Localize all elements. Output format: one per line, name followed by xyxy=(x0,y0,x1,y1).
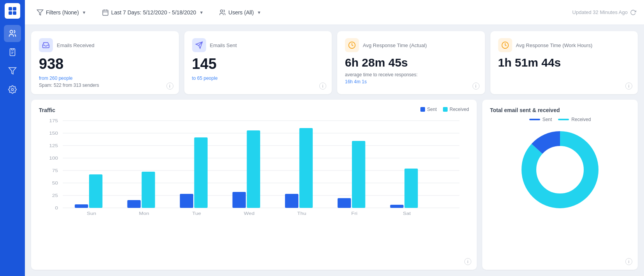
svg-rect-55 xyxy=(390,205,403,208)
stat-label-avg-work: Avg Response Time (Work Hours) xyxy=(516,42,593,48)
stat-value-avg-actual: 6h 28m 45s xyxy=(345,56,477,69)
updated-label: Updated 32 Minutes Ago xyxy=(572,9,628,15)
donut-chart-info[interactable]: i xyxy=(625,258,632,265)
sidebar-item-settings[interactable] xyxy=(4,81,21,98)
users-filter-button[interactable]: Users (All) ▼ xyxy=(215,7,265,18)
svg-point-9 xyxy=(11,88,14,91)
stat-card-avg-response-work: Avg Response Time (Work Hours) 1h 51m 44… xyxy=(490,31,638,94)
donut-chart-title: Total email sent & received xyxy=(490,107,560,113)
stat-sub-line1: from 260 people xyxy=(39,76,73,81)
svg-text:125: 125 xyxy=(49,143,58,148)
svg-rect-56 xyxy=(404,169,418,208)
svg-text:Thu: Thu xyxy=(297,211,306,216)
topbar: Filters (None) ▼ Last 7 Days: 5/12/2020 … xyxy=(25,0,644,25)
stat-info-avg-work[interactable]: i xyxy=(625,83,632,90)
bar-chart-svg: 0 25 50 75 100 125 150 175 200 Sun xyxy=(39,117,469,218)
clock-icon-work xyxy=(501,41,509,49)
svg-text:150: 150 xyxy=(49,131,58,135)
svg-point-15 xyxy=(220,10,223,12)
charts-row: Traffic Sent Received xyxy=(31,100,638,270)
svg-rect-50 xyxy=(299,128,313,208)
stat-info-emails-sent[interactable]: i xyxy=(319,83,326,90)
svg-point-4 xyxy=(10,30,13,33)
filter-button[interactable]: Filters (None) ▼ xyxy=(33,7,90,18)
sidebar-item-users[interactable] xyxy=(4,25,21,42)
stat-sub-line2: Spam: 522 from 313 senders xyxy=(39,83,99,88)
clock-icon-wrapper-actual xyxy=(345,38,359,52)
svg-point-60 xyxy=(537,146,583,193)
stat-sub-line2-actual: 16h 4m 1s xyxy=(345,79,367,84)
filter-label: Filters (None) xyxy=(46,9,79,16)
legend-received-dot xyxy=(443,107,448,112)
stat-info-emails-received[interactable]: i xyxy=(166,83,173,90)
svg-text:175: 175 xyxy=(49,118,58,123)
svg-rect-53 xyxy=(352,141,365,208)
updated-status: Updated 32 Minutes Ago xyxy=(572,9,636,16)
svg-rect-43 xyxy=(180,194,193,208)
stat-card-avg-response-actual: Avg Response Time (Actual) 6h 28m 45s av… xyxy=(337,31,485,94)
stat-info-avg-actual[interactable]: i xyxy=(472,83,480,90)
sidebar-item-clipboard[interactable] xyxy=(4,44,21,61)
svg-rect-11 xyxy=(103,10,108,16)
legend-received: Received xyxy=(443,107,469,112)
stat-label-emails-sent: Emails Sent xyxy=(210,42,237,48)
send-icon xyxy=(195,41,203,49)
svg-rect-38 xyxy=(89,174,102,208)
donut-legend: Sent Received xyxy=(529,117,591,122)
donut-legend-sent: Sent xyxy=(529,117,552,122)
svg-text:Tue: Tue xyxy=(192,211,201,216)
filter-icon xyxy=(37,9,44,16)
svg-rect-2 xyxy=(9,11,12,15)
stat-value-emails-sent: 145 xyxy=(192,56,324,72)
refresh-icon[interactable] xyxy=(630,9,636,16)
svg-rect-46 xyxy=(233,192,246,208)
donut-legend-sent-label: Sent xyxy=(542,117,552,122)
calendar-icon xyxy=(102,9,109,16)
svg-text:Sun: Sun xyxy=(87,211,96,216)
svg-text:75: 75 xyxy=(52,168,58,173)
clock-icon-actual xyxy=(348,41,356,49)
legend-sent-label: Sent xyxy=(427,107,437,112)
donut-legend-received: Received xyxy=(558,117,591,122)
svg-rect-52 xyxy=(338,198,351,208)
legend-sent-dot xyxy=(420,107,425,112)
donut-legend-received-line xyxy=(558,119,569,120)
svg-text:Fri: Fri xyxy=(351,211,357,216)
donut-chart-area: Sent Received xyxy=(490,114,630,213)
stat-card-emails-sent: Emails Sent 145 to 65 people i xyxy=(184,31,332,94)
stat-sub-emails-sent: to 65 people xyxy=(192,75,324,82)
app-logo xyxy=(5,3,20,19)
svg-rect-3 xyxy=(13,11,16,15)
sidebar-item-filter[interactable] xyxy=(4,62,21,79)
stat-label-emails-received: Emails Received xyxy=(57,42,94,48)
svg-rect-40 xyxy=(127,200,140,208)
stat-value-emails-received: 938 xyxy=(39,56,171,72)
traffic-chart-info[interactable]: i xyxy=(464,258,471,265)
bar-chart-area: 0 25 50 75 100 125 150 175 200 Sun xyxy=(39,117,469,218)
stat-label-avg-actual: Avg Response Time (Actual) xyxy=(363,42,427,48)
users-chevron: ▼ xyxy=(257,10,261,15)
date-label: Last 7 Days: 5/12/2020 - 5/18/2020 xyxy=(111,9,196,16)
date-picker-button[interactable]: Last 7 Days: 5/12/2020 - 5/18/2020 ▼ xyxy=(98,7,208,18)
svg-rect-41 xyxy=(142,172,155,208)
clock-icon-wrapper-work xyxy=(498,38,512,52)
stat-value-avg-work: 1h 51m 44s xyxy=(498,56,630,69)
inbox-icon xyxy=(42,41,50,49)
svg-text:0: 0 xyxy=(55,206,58,210)
stat-card-emails-received: Emails Received 938 from 260 people Spam… xyxy=(31,31,179,94)
date-chevron: ▼ xyxy=(199,10,203,15)
users-icon xyxy=(219,9,226,16)
stat-sub-emails-received: from 260 people Spam: 522 from 313 sende… xyxy=(39,75,171,89)
stat-sub-line1-actual: average time to receive responses: xyxy=(345,72,418,77)
stat-sub-avg-actual: average time to receive responses: 16h 4… xyxy=(345,71,477,85)
svg-rect-44 xyxy=(194,137,207,208)
main-content: Filters (None) ▼ Last 7 Days: 5/12/2020 … xyxy=(25,0,644,276)
svg-text:100: 100 xyxy=(49,156,58,160)
users-label: Users (All) xyxy=(228,9,254,16)
send-icon-wrapper xyxy=(192,38,206,52)
svg-text:Mon: Mon xyxy=(139,211,149,216)
svg-rect-49 xyxy=(285,194,298,208)
sidebar xyxy=(0,0,25,276)
svg-text:Sat: Sat xyxy=(403,211,411,216)
svg-rect-37 xyxy=(75,204,88,208)
